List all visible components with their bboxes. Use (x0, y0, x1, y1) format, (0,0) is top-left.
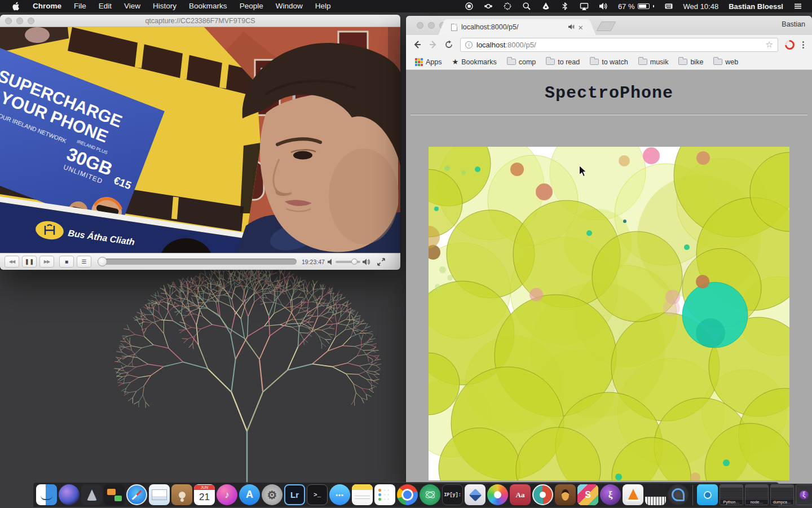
dock-downloads-folder[interactable] (697, 484, 718, 505)
dock-app-store[interactable]: A (239, 484, 260, 505)
tree-branch (293, 276, 295, 281)
dock-terminal[interactable]: >_ (307, 484, 328, 505)
fast-forward-button[interactable]: ▶▶ (39, 256, 54, 268)
bookmark-folder-to-watch[interactable]: to watch (586, 58, 632, 66)
dock-dictionary[interactable]: Aa (510, 484, 531, 505)
apps-shortcut[interactable]: Apps (412, 58, 445, 66)
menu-edit[interactable]: Edit (92, 0, 118, 12)
clock[interactable]: Wed 10:48 (678, 0, 724, 12)
dock-min-window[interactable]: node… (745, 484, 769, 505)
extension-icon[interactable] (783, 38, 797, 51)
dock-calendar[interactable]: JUN21 (194, 484, 215, 505)
dock-itunes[interactable]: ♪ (217, 484, 237, 505)
battery-indicator[interactable]: 67 % (613, 0, 659, 12)
bookmarks-shortcut[interactable]: ★ Bookmarks (449, 58, 500, 66)
window-manager-icon[interactable] (498, 0, 517, 12)
fullscreen-icon[interactable] (377, 258, 385, 266)
search-icon[interactable] (517, 0, 536, 12)
mute-icon[interactable] (328, 259, 333, 265)
reload-button[interactable] (442, 38, 456, 51)
camera-icon[interactable] (479, 0, 498, 12)
bookmark-folder-bike[interactable]: bike (675, 58, 707, 66)
tab-close-icon[interactable]: × (578, 23, 583, 32)
dock-notes[interactable] (352, 484, 373, 505)
pause-button[interactable]: ❚❚ (22, 256, 37, 268)
quicktime-window[interactable]: qtcapture://CC23386F7MVF9T9CS (0, 15, 400, 270)
airplay-icon[interactable] (575, 0, 594, 12)
dock-garageband[interactable] (555, 484, 576, 505)
tab-localhost[interactable]: localhost:8000/p5/ × (447, 19, 588, 35)
tree-branch (248, 317, 248, 337)
dock-siri[interactable] (59, 484, 80, 505)
dock-vnc[interactable] (532, 484, 553, 505)
bookmark-folder-web[interactable]: web (710, 58, 742, 66)
screen-recording-stop-icon[interactable] (460, 0, 479, 12)
dock-virtualbox[interactable] (465, 484, 486, 505)
p5-canvas[interactable] (429, 147, 789, 480)
canvas-circle (510, 163, 524, 176)
menu-history[interactable]: History (147, 0, 183, 12)
bluetooth-icon[interactable] (555, 0, 575, 12)
dock-quicktime[interactable] (668, 484, 689, 505)
user-name[interactable]: Bastian Bloessl (723, 0, 788, 12)
dock-min-window[interactable]: Python… (720, 484, 743, 505)
back-button[interactable] (411, 38, 424, 51)
dock-chrome[interactable] (397, 484, 418, 505)
dock-ipython[interactable]: IP[y]: (442, 484, 463, 505)
dock-launchpad[interactable] (81, 484, 102, 505)
menu-help[interactable]: Help (309, 0, 337, 12)
quicktime-titlebar[interactable]: qtcapture://CC23386F7MVF9T9CS (0, 15, 400, 27)
volume-knob[interactable] (351, 259, 358, 265)
menu-chrome[interactable]: Chrome (27, 0, 68, 12)
progress-bar[interactable] (98, 259, 297, 265)
address-bar[interactable]: i localhost:8000/p5/ ☆ (460, 38, 778, 52)
dock-finder[interactable] (36, 484, 57, 505)
vpn-icon[interactable] (536, 0, 555, 12)
forward-button[interactable] (426, 38, 440, 51)
chrome-window[interactable]: localhost:8000/p5/ × Bastian i localhost… (406, 16, 812, 484)
dock-slack[interactable]: S (577, 484, 598, 505)
page-info-icon[interactable]: i (465, 41, 473, 49)
stop-button[interactable]: ■ (59, 256, 74, 268)
dock-messages[interactable]: ••• (329, 484, 350, 505)
dock-midi-keyboard[interactable] (645, 484, 666, 505)
rewind-button[interactable]: ◀◀ (5, 256, 19, 268)
progress-knob[interactable] (98, 257, 107, 266)
menu-view[interactable]: View (118, 0, 147, 12)
dock-mission-control[interactable] (104, 484, 125, 505)
volume-slider[interactable] (336, 261, 360, 263)
bookmark-star-icon[interactable]: ☆ (766, 40, 773, 50)
dock-gnuradio[interactable] (420, 484, 440, 505)
dock-min-emacs[interactable] (796, 484, 812, 505)
dock-photos[interactable] (487, 484, 508, 505)
bookmark-folder-musik[interactable]: musik (635, 58, 672, 66)
menu-window[interactable]: Window (270, 0, 309, 12)
chrome-menu-icon[interactable] (799, 41, 807, 49)
new-tab-button[interactable] (596, 21, 616, 31)
dock-safari[interactable] (126, 484, 147, 505)
apple-menu[interactable] (6, 2, 27, 11)
menu-file[interactable]: File (68, 0, 92, 12)
profile-name[interactable]: Bastian (782, 20, 805, 28)
volume-icon[interactable] (594, 0, 613, 12)
dock-min-window[interactable]: dumpca… (770, 484, 794, 505)
list-icon[interactable] (788, 0, 807, 12)
chapter-list-button[interactable]: ☰ (77, 256, 91, 268)
bookmark-folder-to-read[interactable]: to read (542, 58, 583, 66)
dock-system-preferences[interactable]: ⚙ (262, 484, 283, 505)
keyboard-icon[interactable] (659, 0, 678, 12)
bookmark-folder-comp[interactable]: comp (504, 58, 540, 66)
dock-lightroom[interactable]: Lr (284, 484, 305, 505)
video-display[interactable]: SUPERCHARGE YOUR PHONE WITH OUR IRELAND … (0, 27, 400, 253)
minimize-button[interactable] (428, 22, 435, 29)
menu-people[interactable]: People (233, 0, 270, 12)
close-button[interactable] (417, 22, 423, 29)
dock-vlc[interactable] (623, 484, 643, 505)
dock-contacts[interactable] (171, 484, 192, 505)
dock-emacs[interactable]: ξ (600, 484, 621, 505)
dock-mail[interactable] (149, 484, 170, 505)
volume-max-icon[interactable] (363, 259, 370, 265)
dock-reminders[interactable] (374, 484, 395, 505)
tree-branch (306, 282, 307, 287)
menu-bookmarks[interactable]: Bookmarks (183, 0, 233, 12)
